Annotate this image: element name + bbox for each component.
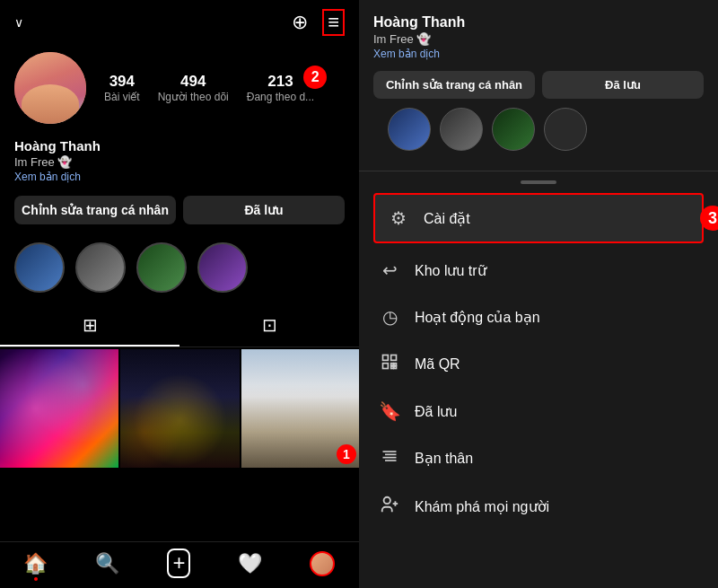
search-icon: 🔍 [95, 552, 119, 575]
followers-label: Người theo dõi [158, 91, 229, 103]
posts-stat: 394 Bài viết [104, 73, 140, 103]
handle-bar [521, 180, 556, 184]
badge-3: 3 [700, 206, 718, 231]
right-highlight-2[interactable] [440, 108, 483, 151]
right-edit-profile-button[interactable]: Chỉnh sửa trang cá nhân [373, 71, 535, 99]
storage-menu-item[interactable]: ↩ Kho lưu trữ [359, 247, 718, 294]
activity-icon: ◷ [377, 306, 402, 328]
settings-label: Cài đặt [424, 210, 470, 227]
profile-name: Hoàng Thanh [14, 138, 345, 154]
svg-rect-1 [391, 355, 397, 361]
profile-info: Hoàng Thanh Im Free 👻 Xem bản dịch [0, 131, 359, 187]
nav-add[interactable]: + [167, 549, 190, 577]
nav-dot [34, 577, 38, 581]
chevron-down-icon[interactable]: ∨ [14, 15, 23, 30]
tab-grid[interactable]: ⊞ [0, 305, 180, 347]
svg-rect-6 [394, 364, 397, 366]
nav-heart[interactable]: 🤍 [238, 552, 262, 575]
svg-rect-4 [394, 366, 397, 369]
stats-row: 394 Bài viết 494 Người theo dõi 213 Đang… [104, 73, 314, 103]
avatar [14, 52, 86, 124]
saved-button[interactable]: Đã lưu [183, 196, 345, 224]
saved-menu-item[interactable]: 🔖 Đã lưu [359, 388, 718, 434]
grid-cell-2[interactable] [120, 349, 239, 468]
activity-label: Hoạt động của bạn [415, 309, 540, 326]
right-translate[interactable]: Xem bản dịch [373, 48, 704, 60]
profile-section: 394 Bài viết 494 Người theo dõi 213 Đang… [0, 45, 359, 131]
followers-stat: 494 Người theo dõi [158, 73, 229, 103]
following-label: Đang theo d... [247, 91, 314, 103]
highlight-item[interactable] [197, 242, 248, 293]
highlights-row [0, 233, 359, 302]
right-highlight-1[interactable] [388, 108, 431, 151]
tabs-row: ⊞ ⊡ [0, 305, 359, 347]
highlight-circle-1 [14, 242, 65, 293]
highlight-item[interactable] [75, 242, 126, 293]
nav-home[interactable]: 🏠 [23, 552, 48, 575]
right-bio: Im Free 👻 [373, 32, 704, 46]
nav-avatar [310, 551, 335, 576]
highlight-item[interactable] [14, 242, 65, 293]
bottom-nav: 🏠 🔍 + 🤍 [0, 541, 359, 588]
followers-count: 494 [158, 73, 229, 91]
right-saved-button[interactable]: Đã lưu [542, 71, 704, 99]
posts-label: Bài viết [104, 91, 140, 103]
svg-rect-0 [383, 355, 389, 361]
svg-point-11 [384, 497, 390, 504]
edit-profile-button[interactable]: Chỉnh sửa trang cá nhân [14, 196, 176, 224]
badge-2: 2 [303, 66, 327, 89]
settings-icon: ⚙ [386, 207, 411, 229]
photo-grid: 1 [0, 347, 359, 541]
grid-cell-1[interactable] [0, 349, 118, 468]
close-friends-icon [377, 447, 402, 470]
right-username: Hoàng Thanh [373, 14, 704, 31]
badge-1: 1 [337, 444, 356, 464]
nav-profile[interactable] [310, 551, 335, 576]
menu-icon[interactable]: ≡ [322, 9, 345, 36]
tab-tagged[interactable]: ⊡ [180, 305, 359, 347]
discover-label: Khám phá mọi người [415, 498, 549, 515]
close-friends-label: Bạn thân [415, 450, 473, 467]
saved-label: Đã lưu [415, 403, 457, 420]
storage-label: Kho lưu trữ [415, 262, 486, 279]
qr-icon [377, 353, 402, 375]
add-icon: + [167, 549, 190, 577]
translate-link[interactable]: Xem bản dịch [14, 171, 345, 183]
right-highlight-3[interactable] [492, 108, 535, 151]
svg-rect-3 [391, 364, 394, 366]
right-highlights [373, 99, 704, 160]
highlight-circle-4 [197, 242, 248, 293]
grid-cell-3[interactable]: 1 [241, 349, 359, 468]
discover-icon [377, 495, 402, 519]
right-panel: Hoàng Thanh Im Free 👻 Xem bản dịch Chỉnh… [359, 0, 718, 588]
home-icon: 🏠 [23, 552, 48, 575]
right-top-info: Hoàng Thanh Im Free 👻 Xem bản dịch Chỉnh… [359, 0, 718, 171]
profile-bio: Im Free 👻 [14, 155, 345, 169]
posts-count: 394 [104, 73, 140, 91]
drawer-handle[interactable] [359, 171, 718, 189]
nav-search[interactable]: 🔍 [95, 552, 119, 575]
settings-menu-item-wrapper: ⚙ Cài đặt 3 [366, 193, 711, 243]
settings-menu-item[interactable]: ⚙ Cài đặt [373, 193, 704, 243]
stats-wrapper: 394 Bài viết 494 Người theo dõi 213 Đang… [104, 73, 314, 103]
activity-menu-item[interactable]: ◷ Hoạt động của bạn [359, 294, 718, 340]
highlight-item[interactable] [136, 242, 187, 293]
menu-list: ⚙ Cài đặt 3 ↩ Kho lưu trữ ◷ Hoạt động củ… [359, 189, 718, 588]
person-tag-icon: ⊡ [262, 314, 277, 336]
avatar-image [14, 52, 86, 124]
right-highlight-4[interactable] [544, 108, 587, 151]
grid-row-1: 1 [0, 349, 359, 468]
close-friends-menu-item[interactable]: Bạn thân [359, 434, 718, 482]
discover-menu-item[interactable]: Khám phá mọi người [359, 482, 718, 531]
add-post-icon[interactable]: ⊕ [292, 11, 308, 34]
saved-icon: 🔖 [377, 400, 402, 422]
grid-icon: ⊞ [83, 314, 98, 336]
svg-rect-5 [391, 366, 394, 369]
heart-icon: 🤍 [238, 552, 262, 575]
top-bar: ∨ ⊕ ≡ [0, 0, 359, 45]
action-buttons: Chỉnh sửa trang cá nhân Đã lưu [0, 187, 359, 233]
storage-icon: ↩ [377, 259, 402, 281]
qr-menu-item[interactable]: Mã QR [359, 340, 718, 388]
svg-rect-2 [383, 364, 389, 369]
highlight-circle-3 [136, 242, 187, 293]
